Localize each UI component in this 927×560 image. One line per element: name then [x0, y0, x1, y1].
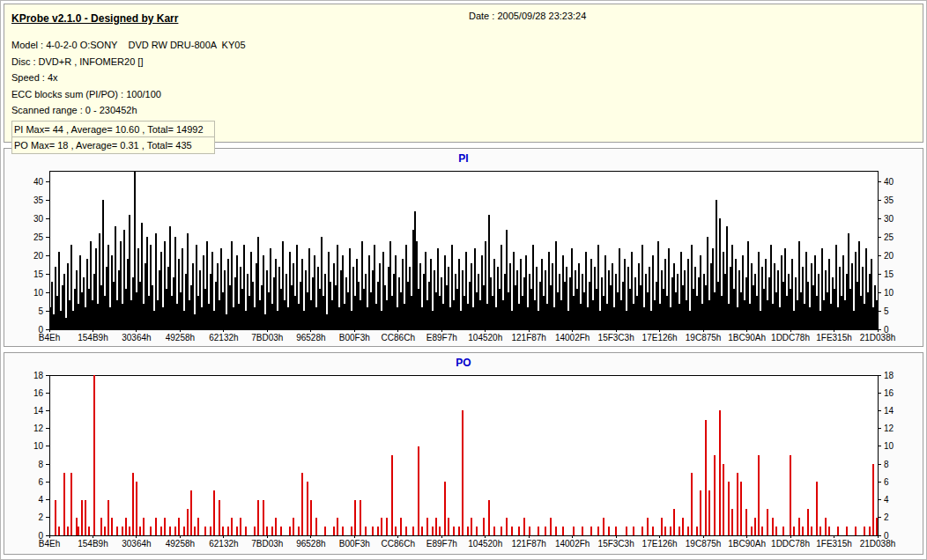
y-tick-label: 30 [33, 214, 44, 224]
x-tick-label: 17E126h [642, 539, 678, 549]
x-tick-label: 17E126h [642, 333, 678, 343]
x-tick-label: 154B9h [78, 333, 108, 343]
x-tick-label: 30364h [122, 539, 151, 549]
x-tick-label: 62132h [209, 333, 238, 343]
x-tick-label: 49258h [166, 333, 195, 343]
x-tick-label: 121F87h [511, 539, 545, 549]
y-tick-label: 35 [33, 195, 44, 205]
x-tick-label: CC86Ch [382, 539, 415, 549]
x-tick-label: 21D038h [860, 539, 896, 549]
pi-chart-title: PI [4, 152, 923, 167]
x-tick-label: E89F7h [426, 333, 457, 343]
x-tick-label: 1FE315h [816, 333, 852, 343]
y-tick-label: 8 [884, 460, 889, 469]
x-tick-label: B00F3h [339, 333, 370, 343]
x-tick-label: 15F3C3h [598, 539, 634, 549]
info-disc: Disc : DVD+R , INFOMER20 [] [11, 54, 916, 70]
y-tick-label: 12 [884, 424, 894, 433]
pi-chart-panel: PI 00551010151520202525303035354040B4Eh1… [4, 148, 923, 347]
y-tick-label: 4 [884, 495, 889, 505]
po-stats-line: PO Max= 18 , Average= 0.31 , Total= 435 [12, 137, 214, 153]
y-tick-label: 20 [884, 251, 894, 261]
y-tick-label: 16 [33, 388, 44, 398]
x-tick-label: 1DDC78h [771, 333, 810, 343]
x-tick-label: B00F3h [339, 539, 370, 549]
y-tick-label: 15 [33, 269, 44, 279]
y-tick-label: 30 [884, 214, 894, 224]
x-tick-label: 19C875h [686, 333, 722, 343]
x-tick-label: 21D038h [860, 333, 896, 343]
info-ecc-blocks: ECC blocks sum (PI/PO) : 100/100 [11, 86, 916, 103]
x-tick-label: 14002Fh [555, 539, 590, 549]
y-tick-label: 12 [33, 424, 44, 433]
y-tick-label: 2 [38, 512, 43, 522]
x-tick-label: 1BC90Ah [728, 539, 766, 549]
y-tick-label: 14 [884, 406, 894, 416]
pi-chart: 00551010151520202525303035354040B4Eh154B… [5, 167, 922, 345]
x-tick-label: 14002Fh [555, 333, 590, 343]
y-tick-label: 16 [884, 388, 894, 398]
y-tick-label: 14 [33, 406, 44, 416]
x-tick-label: 104520h [468, 333, 502, 343]
x-tick-label: 30364h [122, 333, 151, 343]
pi-x-axis: B4Eh154B9h30364h49258h62132h7BD03h96528h… [39, 329, 896, 343]
x-tick-label: 104520h [468, 539, 502, 549]
error-stats-box: PI Max= 44 , Average= 10.60 , Total= 149… [11, 121, 215, 154]
x-tick-label: B4Eh [39, 333, 60, 343]
y-tick-label: 5 [38, 306, 43, 316]
y-tick-label: 2 [884, 512, 889, 522]
x-tick-label: 19C875h [686, 539, 722, 549]
x-tick-label: 15F3C3h [598, 333, 634, 343]
po-x-axis: B4Eh154B9h30364h49258h62132h7BD03h96528h… [39, 535, 896, 549]
x-tick-label: 49258h [166, 539, 195, 549]
x-tick-label: 1BC90Ah [728, 333, 766, 343]
info-scanned-range: Scanned range : 0 - 230452h [11, 102, 916, 119]
info-model: Model : 4-0-2-0 O:SONY DVD RW DRU-800A K… [11, 37, 916, 54]
y-tick-label: 4 [38, 495, 43, 505]
y-tick-label: 18 [884, 372, 894, 380]
x-tick-label: 62132h [209, 539, 238, 549]
po-plot-area [49, 375, 878, 535]
scan-info-panel: KProbe v2.1.0 - Designed by Karr Date : … [4, 4, 923, 143]
y-tick-label: 6 [38, 477, 43, 487]
x-tick-label: CC86Ch [382, 333, 415, 343]
x-tick-label: 96528h [296, 333, 325, 343]
x-tick-label: E89F7h [426, 539, 457, 549]
x-tick-label: 96528h [296, 539, 325, 549]
y-tick-label: 15 [884, 269, 894, 279]
info-speed: Speed : 4x [11, 70, 916, 86]
po-chart: 002244668810101212141416161818B4Eh154B9h… [5, 372, 922, 551]
x-tick-label: 7BD03h [251, 333, 283, 343]
x-tick-label: 1FE315h [816, 539, 852, 549]
y-tick-label: 10 [33, 288, 44, 298]
x-tick-label: 154B9h [78, 539, 108, 549]
y-tick-label: 18 [33, 372, 44, 380]
y-tick-label: 10 [33, 441, 44, 451]
po-chart-panel: PO 002244668810101212141416161818B4Eh154… [4, 352, 923, 555]
y-tick-label: 40 [884, 177, 894, 187]
po-chart-title: PO [4, 357, 923, 372]
y-tick-label: 8 [38, 460, 43, 469]
y-tick-label: 10 [884, 288, 894, 298]
y-tick-label: 5 [884, 306, 889, 316]
y-tick-label: 10 [884, 441, 894, 451]
y-tick-label: 25 [33, 232, 44, 242]
y-tick-label: 25 [884, 232, 894, 242]
x-tick-label: B4Eh [39, 539, 60, 549]
kprobe-window: KProbe v2.1.0 - Designed by Karr Date : … [1, 1, 926, 560]
y-tick-label: 40 [33, 177, 44, 187]
x-tick-label: 1DDC78h [771, 539, 810, 549]
pi-stats-line: PI Max= 44 , Average= 10.60 , Total= 149… [12, 122, 214, 137]
x-tick-label: 7BD03h [251, 539, 283, 549]
x-tick-label: 121F87h [511, 333, 545, 343]
app-title: KProbe v2.1.0 - Designed by Karr [11, 12, 178, 25]
y-tick-label: 20 [33, 251, 44, 261]
y-tick-label: 6 [884, 477, 889, 487]
info-lines: Model : 4-0-2-0 O:SONY DVD RW DRU-800A K… [11, 37, 916, 119]
scan-date: Date : 2005/09/28 23:23:24 [469, 11, 586, 21]
y-tick-label: 35 [884, 195, 894, 205]
